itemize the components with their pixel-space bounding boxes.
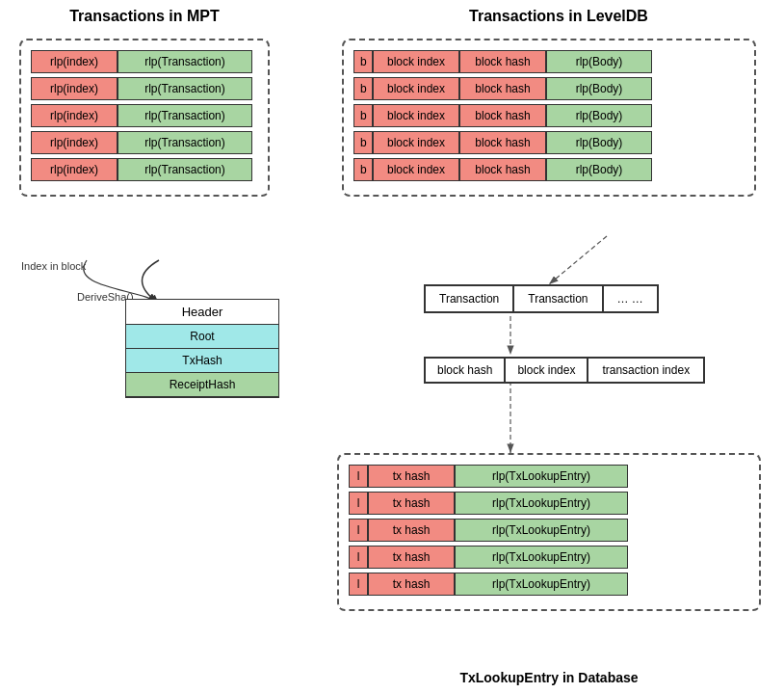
mpt-tx-cell: rlp(Transaction)	[118, 158, 252, 181]
txlookup-hash-cell: tx hash	[368, 492, 455, 515]
leveldb-blockhash-cell: block hash	[459, 77, 546, 100]
leveldb-row: b block index block hash rlp(Body)	[353, 104, 745, 127]
txlookup-row: l tx hash rlp(TxLookupEntry)	[349, 519, 749, 542]
transaction-block: Transaction Transaction … …	[424, 284, 659, 313]
leveldb-blockhash-cell: block hash	[459, 104, 546, 127]
leveldb-b-cell: b	[353, 77, 373, 100]
svg-line-0	[549, 236, 607, 284]
txlookup-l-cell: l	[349, 519, 368, 542]
leveldb-b-cell: b	[353, 50, 373, 73]
mpt-row: rlp(index) rlp(Transaction)	[31, 50, 258, 73]
leveldb-b-cell: b	[353, 158, 373, 181]
txlookup-entry-cell: rlp(TxLookupEntry)	[455, 519, 628, 542]
leveldb-body-cell: rlp(Body)	[546, 131, 652, 154]
txlookup-row: l tx hash rlp(TxLookupEntry)	[349, 465, 749, 488]
txlookup-entry-cell: rlp(TxLookupEntry)	[455, 492, 628, 515]
txlookup-entry-cell: rlp(TxLookupEntry)	[455, 546, 628, 569]
header-title: Header	[126, 300, 278, 325]
leveldb-b-cell: b	[353, 104, 373, 127]
mpt-index-cell: rlp(index)	[31, 104, 118, 127]
trans-col-2: Transaction	[513, 285, 602, 312]
txlookup-l-cell: l	[349, 465, 368, 488]
leveldb-blockindex-cell: block index	[373, 104, 459, 127]
mpt-index-cell: rlp(index)	[31, 131, 118, 154]
trans-col-3: … …	[603, 285, 658, 312]
header-receipthash: ReceiptHash	[126, 373, 278, 397]
leveldb-blockindex-cell: block index	[373, 158, 459, 181]
lookup-blockhash: block hash	[425, 358, 505, 383]
mpt-tx-cell: rlp(Transaction)	[118, 50, 252, 73]
leveldb-b-cell: b	[353, 131, 373, 154]
mpt-row: rlp(index) rlp(Transaction)	[31, 158, 258, 181]
txlookup-row: l tx hash rlp(TxLookupEntry)	[349, 546, 749, 569]
mpt-index-cell: rlp(index)	[31, 50, 118, 73]
txlookup-entry-cell: rlp(TxLookupEntry)	[455, 573, 628, 596]
mpt-index-cell: rlp(index)	[31, 158, 118, 181]
txlookup-row: l tx hash rlp(TxLookupEntry)	[349, 492, 749, 515]
lookup-row-box: block hash block index transaction index	[424, 357, 705, 384]
txlookup-hash-cell: tx hash	[368, 519, 455, 542]
leveldb-blockhash-cell: block hash	[459, 131, 546, 154]
leveldb-body-cell: rlp(Body)	[546, 158, 652, 181]
header-block: Header Root TxHash ReceiptHash	[125, 299, 279, 398]
leveldb-blockindex-cell: block index	[373, 131, 459, 154]
leveldb-row: b block index block hash rlp(Body)	[353, 131, 745, 154]
mpt-box: rlp(index) rlp(Transaction) rlp(index) r…	[19, 39, 270, 197]
mpt-index-cell: rlp(index)	[31, 77, 118, 100]
txlookup-hash-cell: tx hash	[368, 465, 455, 488]
txlookup-title: TxLookupEntry in Database	[356, 670, 742, 685]
mpt-row: rlp(index) rlp(Transaction)	[31, 104, 258, 127]
trans-col-1: Transaction	[425, 285, 513, 312]
leveldb-title: Transactions in LevelDB	[366, 8, 751, 25]
lookup-txindex: transaction index	[588, 358, 704, 383]
txlookup-l-cell: l	[349, 492, 368, 515]
txlookup-box: l tx hash rlp(TxLookupEntry) l tx hash r…	[337, 453, 761, 611]
mpt-tx-cell: rlp(Transaction)	[118, 77, 252, 100]
txlookup-row: l tx hash rlp(TxLookupEntry)	[349, 573, 749, 596]
header-txhash: TxHash	[126, 349, 278, 373]
leveldb-body-cell: rlp(Body)	[546, 104, 652, 127]
leveldb-row: b block index block hash rlp(Body)	[353, 50, 745, 73]
diagram-container: Transactions in MPT Transactions in Leve…	[0, 0, 784, 693]
leveldb-blockhash-cell: block hash	[459, 158, 546, 181]
header-root: Root	[126, 325, 278, 349]
lookup-blockindex: block index	[505, 358, 588, 383]
leveldb-body-cell: rlp(Body)	[546, 77, 652, 100]
txlookup-l-cell: l	[349, 573, 368, 596]
leveldb-body-cell: rlp(Body)	[546, 50, 652, 73]
mpt-row: rlp(index) rlp(Transaction)	[31, 77, 258, 100]
mpt-tx-cell: rlp(Transaction)	[118, 104, 252, 127]
txlookup-entry-cell: rlp(TxLookupEntry)	[455, 465, 628, 488]
leveldb-row: b block index block hash rlp(Body)	[353, 77, 745, 100]
mpt-row: rlp(index) rlp(Transaction)	[31, 131, 258, 154]
leveldb-blockindex-cell: block index	[373, 77, 459, 100]
mpt-tx-cell: rlp(Transaction)	[118, 131, 252, 154]
leveldb-row: b block index block hash rlp(Body)	[353, 158, 745, 181]
mpt-title: Transactions in MPT	[29, 8, 260, 25]
txlookup-hash-cell: tx hash	[368, 573, 455, 596]
leveldb-blockhash-cell: block hash	[459, 50, 546, 73]
txlookup-l-cell: l	[349, 546, 368, 569]
txlookup-hash-cell: tx hash	[368, 546, 455, 569]
index-in-block-label: Index in block	[21, 260, 86, 272]
leveldb-box: b block index block hash rlp(Body) b blo…	[342, 39, 756, 197]
leveldb-blockindex-cell: block index	[373, 50, 459, 73]
